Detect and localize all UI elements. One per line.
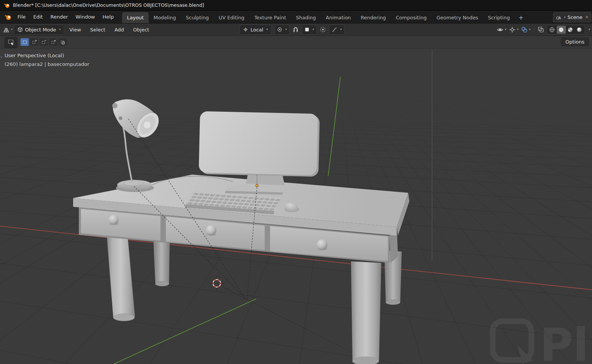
title-bar: Blender* [C:\Users\dalac\OneDrive\Docume… [0, 0, 592, 11]
tab-texture-paint[interactable]: Texture Paint [249, 12, 291, 23]
shading-options-chevron-icon[interactable]: ▾ [589, 28, 590, 31]
tab-uv-editing[interactable]: UV Editing [214, 12, 249, 23]
tab-scripting[interactable]: Scripting [483, 12, 515, 23]
proportional-editing-toggle[interactable] [320, 27, 326, 33]
snap-target-selector[interactable]: ▾ [302, 25, 317, 35]
menu-select[interactable]: Select [86, 25, 109, 34]
select-mode-subtract-button[interactable] [39, 38, 48, 46]
editor-type-button[interactable]: ▾ [3, 27, 13, 33]
add-workspace-button[interactable]: + [515, 12, 527, 23]
shading-solid-button[interactable] [557, 26, 566, 34]
menu-help[interactable]: Help [99, 12, 118, 21]
select-mode-invert-button[interactable] [49, 38, 57, 46]
overlays-toggle[interactable]: ▾ [521, 27, 531, 33]
tab-geometry-nodes[interactable]: Geometry Nodes [432, 12, 483, 23]
select-mode-group [20, 38, 67, 46]
options-button[interactable]: Options [561, 37, 589, 46]
object-origin-dot [256, 184, 258, 187]
pivot-point-selector[interactable]: ▾ [274, 25, 290, 35]
proportional-falloff-selector[interactable]: ▾ [329, 25, 345, 35]
shading-rendered-button[interactable] [575, 26, 584, 34]
menu-file[interactable]: File [14, 12, 30, 21]
shading-wireframe-button[interactable] [548, 26, 557, 34]
select-mode-extend-button[interactable] [30, 38, 38, 46]
shading-mode-group [547, 25, 585, 34]
tab-layout[interactable]: Layout [122, 12, 149, 23]
scene-unlink-icon[interactable]: ✕ [585, 15, 589, 20]
orientation-label: Local [251, 27, 263, 33]
tab-shading[interactable]: Shading [291, 12, 321, 23]
gizmos-toggle[interactable]: ▾ [509, 27, 518, 33]
falloff-curve-icon [332, 27, 337, 33]
shading-material-button[interactable] [566, 26, 575, 34]
scene-browse-chevron-icon[interactable]: ▾ [564, 16, 565, 19]
menu-edit[interactable]: Edit [30, 12, 47, 21]
scene-icon [556, 14, 561, 20]
mode-selector[interactable]: Object Mode ▾ [14, 25, 64, 35]
transform-orientation-selector[interactable]: Local ▾ [240, 25, 271, 35]
active-object-label: (260) lampara2 | basecomputador [5, 61, 89, 67]
drawer-knob [317, 239, 327, 250]
menu-add[interactable]: Add [111, 25, 128, 34]
tab-modeling[interactable]: Modeling [149, 12, 181, 23]
tab-sculpting[interactable]: Sculpting [181, 12, 214, 23]
scene-name[interactable]: Scene [567, 14, 583, 20]
viewport-header: ▾ Object Mode ▾ View Select Add Object L… [0, 23, 592, 36]
menu-object[interactable]: Object [129, 25, 153, 34]
viewport-canvas[interactable]: Pl [0, 48, 592, 364]
select-mode-new-button[interactable] [20, 38, 29, 46]
scene-selector[interactable]: ▾ Scene ✕ [553, 12, 591, 22]
xray-toggle[interactable] [538, 27, 544, 33]
view-perspective-label: User Perspective (Local) [5, 53, 64, 58]
blender-logo-icon [4, 2, 10, 8]
menu-view[interactable]: View [66, 25, 85, 34]
orientation-icon [243, 27, 248, 32]
tab-animation[interactable]: Animation [321, 12, 356, 23]
tab-compositing[interactable]: Compositing [391, 12, 432, 23]
toolbar-expand-arrow[interactable]: › [0, 54, 2, 59]
blender-app-icon[interactable] [2, 14, 14, 20]
mode-label: Object Mode [25, 27, 56, 33]
object-visibility-selector[interactable]: ▾ [497, 27, 506, 33]
viewport-area: Pl › User Perspective (Local) (260) lamp… [0, 48, 592, 364]
pivot-icon [277, 27, 282, 32]
tab-rendering[interactable]: Rendering [356, 12, 391, 23]
snap-toggle[interactable] [293, 27, 299, 33]
menu-render[interactable]: Render [47, 12, 72, 21]
window-title: Blender* [C:\Users\dalac\OneDrive\Docume… [13, 2, 204, 8]
select-mode-intersect-button[interactable] [58, 38, 67, 46]
snap-target-icon [304, 27, 310, 32]
workspace-tabs: Layout Modeling Sculpting UV Editing Tex… [122, 12, 527, 23]
drawer-knob [109, 215, 119, 225]
tool-header: Options [0, 36, 592, 48]
menu-window[interactable]: Window [72, 12, 99, 21]
divider [534, 26, 534, 33]
drawer-knob [206, 225, 216, 236]
svg-text:Pl: Pl [540, 319, 589, 364]
object-mode-cube-icon [17, 27, 23, 32]
active-tool-select-box-button[interactable] [5, 37, 17, 48]
top-menu-bar: File Edit Render Window Help Layout Mode… [0, 11, 592, 23]
